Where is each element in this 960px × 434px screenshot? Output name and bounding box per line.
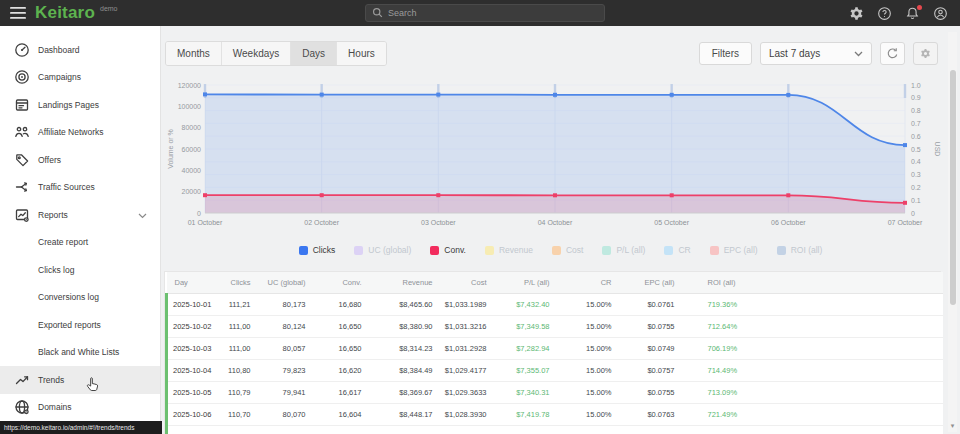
sidebar: DashboardCampaignsLandings PagesAffiliat…: [0, 26, 161, 434]
column-header: Conv.: [316, 272, 372, 294]
search-box[interactable]: [365, 4, 605, 22]
sidebar-item-create-report[interactable]: Create report: [0, 229, 160, 257]
legend-item-cr[interactable]: CR: [664, 245, 690, 255]
sidebar-item-exported-reports[interactable]: Exported reports: [0, 311, 160, 339]
table-cell: 111,21: [225, 294, 261, 316]
sidebar-item-dashboard[interactable]: Dashboard: [0, 36, 160, 64]
table-cell: 16,604: [316, 404, 372, 426]
chevron-down-icon: [138, 211, 147, 221]
table-cell: 2025-10-04: [167, 360, 225, 382]
help-icon[interactable]: [877, 6, 892, 21]
status-url: https://demo.keitaro.io/admin/#!/trends/…: [0, 421, 162, 434]
sidebar-item-domains[interactable]: Domains: [0, 394, 160, 422]
column-header: CR: [560, 272, 622, 294]
sidebar-item-label: Conversions log: [38, 292, 99, 302]
scrollbar-thumb[interactable]: [950, 70, 956, 305]
sidebar-item-conversions-log[interactable]: Conversions log: [0, 284, 160, 312]
table-row: 2025-10-06110,7080,07016,604$8,448.17$1,…: [167, 404, 943, 426]
table-cell: 706.19%: [685, 338, 943, 360]
legend-swatch: [430, 246, 439, 255]
chart-settings-button[interactable]: [913, 42, 938, 65]
legend-item-p-l-all-[interactable]: P/L (all): [602, 245, 645, 255]
filters-button[interactable]: Filters: [699, 42, 752, 65]
sidebar-item-reports[interactable]: Reports: [0, 201, 160, 229]
legend-item-roi-all-[interactable]: ROI (all): [777, 245, 823, 255]
table-cell: 16,650: [316, 338, 372, 360]
table-row: 2025-10-05110,7979,94116,617$8,369.67$1,…: [167, 382, 943, 404]
legend-swatch: [602, 246, 611, 255]
svg-text:0.5: 0.5: [911, 146, 921, 153]
svg-text:USD: USD: [934, 142, 941, 157]
svg-text:40000: 40000: [182, 167, 202, 174]
campaigns-icon: [14, 69, 30, 85]
account-icon[interactable]: [933, 6, 948, 21]
sidebar-item-affiliate-networks[interactable]: Affiliate Networks: [0, 119, 160, 147]
legend-item-revenue[interactable]: Revenue: [485, 245, 533, 255]
sidebar-item-trends[interactable]: Trends: [0, 366, 160, 394]
table-cell: 111,00: [225, 338, 261, 360]
sidebar-item-label: Clicks log: [38, 265, 74, 275]
sidebar-item-black-and-white-lists[interactable]: Black and White Lists: [0, 339, 160, 367]
legend-swatch: [354, 246, 363, 255]
table-row: 2025-10-04110,8079,82316,620$8,384.49$1,…: [167, 360, 943, 382]
svg-text:0.6: 0.6: [911, 133, 921, 140]
sidebar-item-label: Black and White Lists: [38, 347, 119, 357]
tab-hours[interactable]: Hours: [337, 42, 386, 65]
scroll-down-arrow[interactable]: ▾: [948, 422, 957, 430]
sidebar-item-label: Landings Pages: [38, 100, 99, 110]
sidebar-item-campaigns[interactable]: Campaigns: [0, 64, 160, 92]
table-cell: 46,47: [261, 426, 316, 434]
table-cell: 9,648: [316, 426, 372, 434]
table-row: 2025-10-03111,0080,05716,650$8,314.23$1,…: [167, 338, 943, 360]
table-cell: $8,314.23: [372, 338, 443, 360]
sidebar-item-clicks-log[interactable]: Clicks log: [0, 256, 160, 284]
affiliates-icon: [14, 124, 30, 140]
toolbar: MonthsWeekdaysDaysHours Filters Last 7 d…: [161, 26, 960, 65]
table-cell: 2025-10-01: [167, 294, 225, 316]
legend-label: EPC (all): [724, 245, 758, 255]
tab-days[interactable]: Days: [291, 42, 337, 65]
table-cell: $1,029.3633: [443, 382, 497, 404]
table-cell: $7,432.40: [497, 294, 560, 316]
tab-months[interactable]: Months: [166, 42, 222, 65]
table-cell: 80,173: [261, 294, 316, 316]
svg-text:01 October: 01 October: [188, 219, 223, 226]
notification-badge: [917, 5, 922, 10]
table-cell: 15.00%: [560, 404, 622, 426]
table-cell: $7,355.07: [497, 360, 560, 382]
table-cell: $1,031.2928: [443, 338, 497, 360]
legend-item-cost[interactable]: Cost: [552, 245, 583, 255]
app-window: Keitaro demo DashboardCampaigns: [0, 0, 960, 434]
settings-icon[interactable]: [849, 6, 864, 21]
table-cell: 724.71%: [685, 426, 943, 434]
legend-item-conv-[interactable]: Conv.: [430, 245, 466, 255]
vertical-scrollbar[interactable]: ▾: [948, 32, 957, 432]
table-cell: 110,79: [225, 382, 261, 404]
table-cell: 15.00%: [560, 360, 622, 382]
legend-label: UC (global): [368, 245, 411, 255]
sidebar-item-label: Dashboard: [38, 45, 80, 55]
svg-text:120000: 120000: [178, 82, 201, 89]
sidebar-item-traffic-sources[interactable]: Traffic Sources: [0, 174, 160, 202]
table-cell: $595.6106: [443, 426, 497, 434]
svg-text:07 October: 07 October: [888, 219, 923, 226]
menu-icon[interactable]: [10, 7, 26, 19]
table-cell: 16,617: [316, 382, 372, 404]
offers-icon: [14, 152, 30, 168]
notifications-icon[interactable]: [905, 6, 920, 21]
search-input[interactable]: [388, 8, 588, 18]
legend-item-uc-global-[interactable]: UC (global): [354, 245, 411, 255]
legend-label: CR: [678, 245, 690, 255]
table-cell: $8,465.60: [372, 294, 443, 316]
date-range-select[interactable]: Last 7 days: [760, 42, 872, 65]
table-cell: $1,033.1989: [443, 294, 497, 316]
tab-weekdays[interactable]: Weekdays: [222, 42, 292, 65]
sidebar-item-offers[interactable]: Offers: [0, 146, 160, 174]
sidebar-item-landings-pages[interactable]: Landings Pages: [0, 91, 160, 119]
legend-item-clicks[interactable]: Clicks: [299, 245, 336, 255]
svg-text:20000: 20000: [182, 188, 202, 195]
refresh-button[interactable]: [880, 42, 905, 65]
legend-item-epc-all-[interactable]: EPC (all): [710, 245, 758, 255]
app-logo[interactable]: Keitaro: [35, 3, 95, 23]
reports-icon: [14, 207, 30, 223]
